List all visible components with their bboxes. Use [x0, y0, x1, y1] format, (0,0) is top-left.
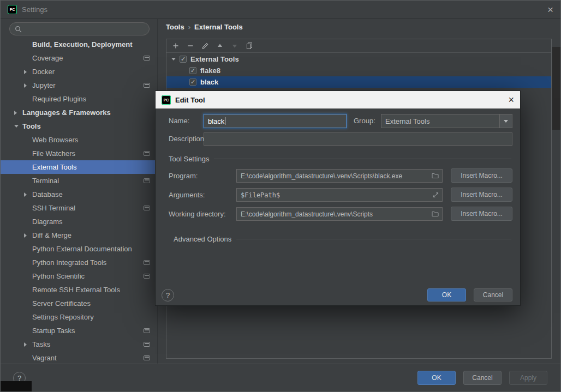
chevron-right-icon[interactable] — [24, 233, 27, 238]
add-icon[interactable] — [171, 41, 180, 50]
apply-button[interactable]: Apply — [509, 371, 547, 385]
chevron-down-icon[interactable] — [14, 125, 19, 128]
sidebar-item-server-certificates[interactable]: Server Certificates — [1, 297, 157, 310]
search-icon — [15, 26, 22, 33]
program-label: Program: — [169, 169, 198, 183]
sidebar-item-label: Docker — [32, 68, 55, 76]
settings-window: PC Settings × Build, Execution, Deployme… — [0, 0, 561, 392]
dialog-titlebar: PC Edit Tool × — [156, 91, 520, 108]
sidebar-item-remote-ssh-external-tools[interactable]: Remote SSH External Tools — [1, 283, 157, 297]
chevron-right-icon[interactable] — [24, 83, 27, 88]
sidebar-item-label: Required Plugins — [32, 95, 86, 103]
insert-macro-arguments-button[interactable]: Insert Macro... — [451, 188, 512, 202]
advanced-options-label: Advanced Options — [174, 235, 231, 243]
description-label: Description: — [169, 132, 206, 146]
sidebar-item-settings-repository[interactable]: Settings Repository — [1, 310, 157, 324]
dialog-help-button[interactable]: ? — [162, 289, 174, 301]
breadcrumb-parent[interactable]: Tools — [166, 23, 184, 31]
description-input[interactable] — [204, 132, 512, 146]
sidebar-item-coverage[interactable]: Coverage — [1, 51, 157, 65]
tool-row-flake8[interactable]: ✓flake8 — [166, 65, 551, 76]
tool-row-black[interactable]: ✓black — [166, 76, 551, 88]
sidebar-item-label: SSH Terminal — [32, 204, 75, 212]
group-label: Group: — [354, 114, 375, 128]
tool-row-external-tools[interactable]: ✓External Tools — [166, 53, 551, 65]
chevron-down-icon[interactable] — [171, 58, 176, 61]
pycharm-logo-icon: PC — [8, 5, 17, 14]
tool-settings-label: Tool Settings — [169, 155, 209, 163]
breadcrumb-separator: › — [188, 23, 190, 31]
program-input[interactable]: E:\code\algorithm_datastructure\.venv\Sc… — [236, 169, 443, 183]
tool-label: flake8 — [200, 67, 220, 75]
sidebar-item-required-plugins[interactable]: Required Plugins — [1, 92, 157, 106]
sidebar-item-file-watchers[interactable]: File Watchers — [1, 147, 157, 160]
sidebar-item-label: Settings Repository — [32, 313, 94, 321]
search-input[interactable] — [9, 22, 150, 35]
name-input-value: black — [208, 117, 224, 125]
sidebar-item-web-browsers[interactable]: Web Browsers — [1, 133, 157, 147]
sidebar-item-label: Languages & Frameworks — [22, 108, 111, 117]
sidebar-item-diagrams[interactable]: Diagrams — [1, 215, 157, 228]
chevron-right-icon[interactable] — [24, 70, 27, 74]
separator-line — [214, 159, 511, 159]
sidebar-item-python-external-documentation[interactable]: Python External Documentation — [1, 242, 157, 256]
cancel-button[interactable]: Cancel — [463, 371, 502, 385]
sidebar-item-label: File Watchers — [32, 149, 75, 158]
copy-icon[interactable] — [245, 41, 254, 50]
sidebar-item-label: Terminal — [32, 177, 59, 185]
per-project-settings-icon — [144, 342, 150, 347]
close-icon[interactable]: × — [547, 4, 553, 15]
folder-icon[interactable] — [432, 173, 439, 179]
sidebar-item-vagrant[interactable]: Vagrant — [1, 351, 157, 364]
settings-sidebar: Build, Execution, DeploymentCoverageDock… — [1, 19, 158, 364]
text-caret — [225, 117, 225, 125]
sidebar-item-external-tools[interactable]: External Tools — [1, 160, 157, 174]
sidebar-item-database[interactable]: Database — [1, 188, 157, 201]
dialog-ok-button[interactable]: OK — [427, 288, 466, 301]
ok-button[interactable]: OK — [417, 371, 456, 385]
sidebar-item-ssh-terminal[interactable]: SSH Terminal — [1, 201, 157, 215]
folder-icon[interactable] — [432, 211, 439, 217]
insert-macro-program-button[interactable]: Insert Macro... — [451, 168, 512, 183]
edit-icon[interactable] — [201, 41, 210, 50]
sidebar-item-python-scientific[interactable]: Python Scientific — [1, 269, 157, 283]
chevron-right-icon[interactable] — [14, 111, 17, 115]
sidebar-item-tasks[interactable]: Tasks — [1, 337, 157, 351]
sidebar-item-terminal[interactable]: Terminal — [1, 174, 157, 188]
arguments-input[interactable]: $FilePath$ — [236, 188, 443, 202]
checkbox[interactable]: ✓ — [180, 56, 187, 63]
remove-icon[interactable] — [186, 41, 195, 50]
sidebar-item-jupyter[interactable]: Jupyter — [1, 79, 157, 92]
sidebar-item-startup-tasks[interactable]: Startup Tasks — [1, 324, 157, 337]
chevron-right-icon[interactable] — [24, 192, 27, 197]
sidebar-item-label: Diagrams — [32, 218, 63, 226]
advanced-options-section[interactable]: Advanced Options — [169, 235, 511, 243]
sidebar-item-python-integrated-tools[interactable]: Python Integrated Tools — [1, 256, 157, 269]
group-combobox[interactable]: External Tools — [381, 114, 512, 128]
insert-macro-working-directory-button[interactable]: Insert Macro... — [451, 207, 512, 221]
combobox-arrow-button[interactable] — [499, 114, 512, 128]
dialog-close-icon[interactable]: × — [508, 95, 514, 105]
sidebar-item-label: Server Certificates — [32, 299, 91, 307]
breadcrumb: Tools › External Tools — [166, 23, 243, 31]
edit-tool-dialog: PC Edit Tool × Name: black Group: Extern… — [155, 91, 521, 306]
working-directory-input[interactable]: E:\code\algorithm_datastructure\.venv\Sc… — [236, 207, 443, 221]
per-project-settings-icon — [144, 260, 150, 265]
arguments-label: Arguments: — [169, 188, 205, 202]
sidebar-item-docker[interactable]: Docker — [1, 65, 157, 79]
sidebar-item-tools[interactable]: Tools — [1, 119, 157, 133]
chevron-right-icon[interactable] — [24, 342, 27, 347]
move-up-icon[interactable] — [216, 41, 224, 50]
sidebar-item-build-execution-deployment[interactable]: Build, Execution, Deployment — [1, 38, 157, 51]
sidebar-item-label: Coverage — [32, 54, 63, 62]
expand-field-icon[interactable] — [433, 192, 439, 198]
name-input[interactable]: black — [204, 114, 347, 128]
checkbox[interactable]: ✓ — [189, 67, 196, 74]
sidebar-item-diff-merge[interactable]: Diff & Merge — [1, 228, 157, 242]
sidebar-item-languages-frameworks[interactable]: Languages & Frameworks — [1, 106, 157, 119]
working-directory-label: Working directory: — [169, 207, 226, 221]
sidebar-item-label: Web Browsers — [32, 136, 78, 144]
dialog-cancel-button[interactable]: Cancel — [474, 288, 512, 301]
checkbox[interactable]: ✓ — [189, 79, 196, 86]
move-down-icon[interactable] — [230, 41, 239, 50]
